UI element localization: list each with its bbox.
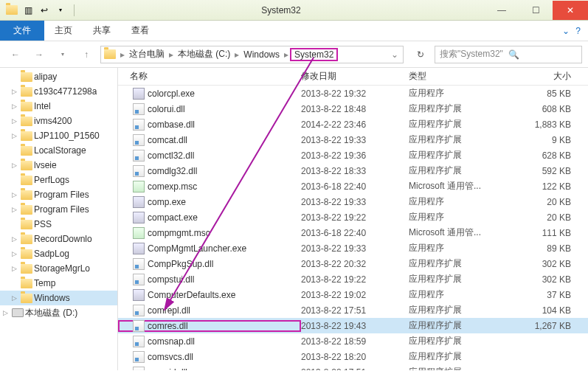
props-icon[interactable]: ▥ xyxy=(22,4,34,16)
file-row[interactable]: CompPkgSup.dll2013-8-22 20:32应用程序扩展302 K… xyxy=(118,256,588,271)
file-type: Microsoft 通用管... xyxy=(409,180,518,193)
expand-icon[interactable]: ▷ xyxy=(12,103,19,110)
tab-file[interactable]: 文件 xyxy=(0,21,44,41)
breadcrumb-seg[interactable]: 本地磁盘 (C:) xyxy=(175,48,233,60)
tree-item[interactable]: ▷RecordDownlo xyxy=(0,232,117,246)
folder-tree[interactable]: alipay▷c193c4771298a▷Intel▷ivms4200▷LJP1… xyxy=(0,68,118,370)
tree-item[interactable]: alipay xyxy=(0,69,117,84)
file-row[interactable]: compact.exe2013-8-22 19:22应用程序20 KB xyxy=(118,209,588,225)
undo-icon[interactable]: ↩ xyxy=(38,4,50,16)
file-row[interactable]: colorui.dll2013-8-22 18:48应用程序扩展608 KB xyxy=(118,101,588,117)
back-button[interactable]: ← xyxy=(6,45,25,64)
tree-item[interactable]: ▷ivms4200 xyxy=(0,114,117,128)
tab-share[interactable]: 共享 xyxy=(83,21,121,41)
col-size[interactable]: 大小 xyxy=(518,70,584,83)
file-row[interactable]: comdlg32.dll2013-8-22 18:33应用程序扩展592 KB xyxy=(118,163,588,178)
chevron-right-icon[interactable]: ▸ xyxy=(283,49,290,60)
file-row[interactable]: comuid.dll2013-8-22 17:51应用程序扩展 xyxy=(118,364,588,370)
file-size: 20 KB xyxy=(518,212,584,223)
column-headers[interactable]: 名称 修改日期 类型 大小 xyxy=(118,68,588,86)
file-name-cell: colorcpl.exe xyxy=(118,88,301,100)
file-row[interactable]: comctl32.dll2013-8-22 19:36应用程序扩展628 KB xyxy=(118,148,588,163)
file-row[interactable]: comcat.dll2013-8-22 19:33应用程序扩展9 KB xyxy=(118,132,588,148)
file-name-cell: comrepl.dll xyxy=(118,305,301,316)
tree-item[interactable]: ▷c193c4771298a xyxy=(0,84,117,99)
tree-item[interactable]: ▷LJP1100_P1560 xyxy=(0,128,117,143)
col-date[interactable]: 修改日期 xyxy=(301,70,409,83)
forward-button[interactable]: → xyxy=(30,45,49,64)
tree-label: Windows xyxy=(34,293,70,303)
expand-icon[interactable]: ▷ xyxy=(12,88,19,95)
breadcrumb-seg-current[interactable]: System32 xyxy=(290,48,338,61)
col-type[interactable]: 类型 xyxy=(409,70,518,83)
maximize-button[interactable]: ☐ xyxy=(519,1,553,20)
tree-item[interactable]: Temp xyxy=(0,276,117,291)
file-row[interactable]: comres.dll2013-8-22 19:43应用程序扩展1,267 KB xyxy=(118,318,588,333)
file-name: comsnap.dll xyxy=(148,336,195,347)
search-input[interactable]: 搜索"System32" 🔍 xyxy=(435,46,582,63)
close-button[interactable]: ✕ xyxy=(553,1,588,20)
up-button[interactable]: ↑ xyxy=(77,45,96,64)
tree-item[interactable]: PerfLogs xyxy=(0,173,117,187)
file-name-cell: comctl32.dll xyxy=(118,150,301,162)
expand-icon[interactable]: ▷ xyxy=(12,162,19,169)
file-row[interactable]: comexp.msc2013-6-18 22:40Microsoft 通用管..… xyxy=(118,178,588,194)
file-row[interactable]: comp.exe2013-8-22 19:33应用程序20 KB xyxy=(118,194,588,209)
file-row[interactable]: comsvcs.dll2013-8-22 18:20应用程序扩展 xyxy=(118,349,588,364)
file-row[interactable]: compstui.dll2013-8-22 19:22应用程序扩展302 KB xyxy=(118,271,588,287)
file-type: 应用程序扩展 xyxy=(409,304,518,316)
file-row[interactable]: comsnap.dll2013-8-22 18:59应用程序扩展 xyxy=(118,333,588,349)
breadcrumb-seg[interactable]: Windows xyxy=(241,49,283,60)
exe-icon xyxy=(133,196,145,208)
expand-icon[interactable]: ▷ xyxy=(12,117,19,125)
col-name[interactable]: 名称 xyxy=(118,70,301,83)
file-row[interactable]: compmgmt.msc2013-6-18 22:40Microsoft 通用管… xyxy=(118,225,588,240)
tree-item[interactable]: ▷Program Files xyxy=(0,202,117,217)
file-size: 302 KB xyxy=(518,259,584,269)
file-row[interactable]: comrepl.dll2013-8-22 17:51应用程序扩展104 KB xyxy=(118,302,588,318)
search-icon[interactable]: 🔍 xyxy=(508,49,577,60)
expand-icon[interactable]: ▷ xyxy=(12,265,19,272)
tree-item[interactable]: PSS xyxy=(0,217,117,232)
tab-view[interactable]: 查看 xyxy=(121,21,159,41)
tree-item[interactable]: ▷Program Files xyxy=(0,187,117,202)
breadcrumb[interactable]: ▸ 这台电脑 ▸ 本地磁盘 (C:) ▸ Windows ▸ System32 … xyxy=(100,46,404,63)
tree-item[interactable]: LocalStorage xyxy=(0,143,117,158)
file-size: 104 KB xyxy=(518,305,584,316)
tree-item[interactable]: ▷SadpLog xyxy=(0,246,117,261)
expand-icon[interactable]: ▷ xyxy=(3,309,10,316)
dropdown-icon[interactable]: ▾ xyxy=(55,4,66,16)
file-type: 应用程序扩展 xyxy=(409,257,518,270)
expand-icon[interactable]: ▷ xyxy=(12,191,19,198)
dll-icon xyxy=(133,367,145,371)
expand-icon[interactable]: ▷ xyxy=(12,206,19,213)
refresh-button[interactable]: ↻ xyxy=(411,45,430,64)
expand-ribbon-icon[interactable]: ⌄ xyxy=(562,26,570,36)
help-icon[interactable]: ? xyxy=(575,26,581,36)
file-row[interactable]: ComputerDefaults.exe2013-8-22 19:02应用程序3… xyxy=(118,287,588,302)
file-row[interactable]: colorcpl.exe2013-8-22 19:32应用程序85 KB xyxy=(118,86,588,101)
expand-icon[interactable]: ▷ xyxy=(12,235,19,243)
file-date: 2013-8-22 19:43 xyxy=(301,321,409,331)
file-row[interactable]: CompMgmtLauncher.exe2013-8-22 19:33应用程序8… xyxy=(118,240,588,256)
search-placeholder: 搜索"System32" xyxy=(440,48,508,60)
file-size: 1,883 KB xyxy=(518,119,584,130)
chevron-right-icon[interactable]: ▸ xyxy=(119,49,126,60)
tree-item[interactable]: ▷本地磁盘 (D:) xyxy=(0,305,117,320)
tree-item[interactable]: ▷lvseie xyxy=(0,158,117,173)
tree-item[interactable]: ▷StorageMgrLo xyxy=(0,261,117,276)
file-type: 应用程序扩展 xyxy=(409,366,518,370)
chevron-right-icon[interactable]: ▸ xyxy=(233,49,241,60)
recent-dropdown[interactable]: ▾ xyxy=(53,45,72,64)
chevron-down-icon[interactable]: ⌄ xyxy=(390,49,400,60)
expand-icon[interactable]: ▷ xyxy=(12,250,19,257)
minimize-button[interactable]: — xyxy=(485,1,519,20)
tree-item[interactable]: ▷Intel xyxy=(0,99,117,114)
file-row[interactable]: combase.dll2014-2-22 23:46应用程序扩展1,883 KB xyxy=(118,117,588,132)
expand-icon[interactable]: ▷ xyxy=(12,132,19,139)
expand-icon[interactable]: ▷ xyxy=(12,294,19,302)
chevron-right-icon[interactable]: ▸ xyxy=(167,49,175,60)
tree-item[interactable]: ▷Windows xyxy=(0,291,117,305)
breadcrumb-seg[interactable]: 这台电脑 xyxy=(126,48,167,60)
tab-home[interactable]: 主页 xyxy=(44,21,83,41)
